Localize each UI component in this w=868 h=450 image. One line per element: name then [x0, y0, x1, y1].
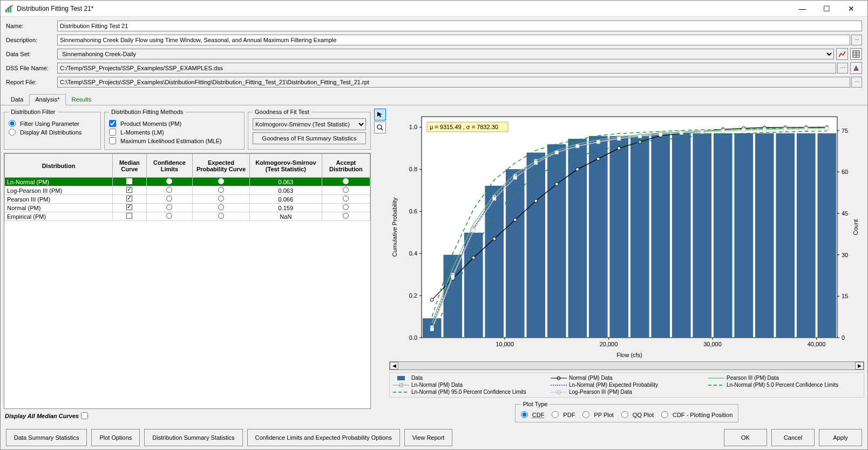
svg-point-75 [596, 157, 600, 160]
svg-rect-124 [784, 127, 787, 131]
svg-text:0.6: 0.6 [409, 208, 417, 214]
dataset-plot-icon[interactable] [836, 48, 848, 60]
plot-options-button[interactable]: Plot Options [91, 429, 140, 446]
plot-type-fieldset: Plot Type CDF PDF PP Plot QQ Plot CDF - … [515, 401, 739, 422]
scroll-right[interactable]: ▶ [855, 362, 864, 370]
view-report-button[interactable]: View Report [404, 429, 453, 446]
svg-rect-23 [651, 133, 670, 338]
svg-text:75: 75 [842, 127, 848, 134]
pointer-tool[interactable] [374, 109, 386, 120]
svg-text:0.8: 0.8 [409, 166, 417, 172]
dist-summary-button[interactable]: Distribution Summary Statistics [144, 429, 242, 446]
display-all-distributions-label: Display All Distributions [20, 129, 82, 136]
svg-text:30,000: 30,000 [703, 341, 722, 347]
zoom-tool[interactable] [374, 122, 386, 133]
svg-point-73 [555, 183, 558, 186]
svg-rect-115 [596, 140, 600, 144]
display-all-distributions-radio[interactable] [9, 129, 16, 136]
svg-rect-14 [464, 233, 483, 338]
svg-text:0.0: 0.0 [409, 334, 417, 341]
report-browse-button[interactable]: ⋯ [851, 77, 862, 88]
scroll-left[interactable]: ◀ [390, 362, 398, 370]
svg-point-71 [513, 218, 517, 221]
svg-rect-16 [506, 169, 525, 338]
plot-type-pp[interactable] [582, 411, 589, 418]
dataset-select[interactable]: Sinnemahoning Creek-Daily [57, 49, 834, 59]
goodness-fit-legend: Goodness of Fit Test [253, 109, 311, 115]
name-input[interactable] [57, 21, 862, 31]
fitting-methods-fieldset: Distribution Fitting Methods Product Mom… [104, 109, 245, 150]
goodness-fit-fieldset: Goodness of Fit Test Kolmogorov-Smirnov … [248, 109, 371, 150]
svg-rect-13 [443, 255, 462, 338]
svg-text:Count: Count [852, 219, 859, 235]
th-distribution: Distribution [5, 154, 113, 178]
display-all-median-checkbox[interactable] [81, 412, 88, 419]
svg-text:0.4: 0.4 [409, 250, 417, 257]
chart-scrollbar[interactable]: ◀ ▶ [389, 361, 864, 370]
th-ks: Kolmogorov-Smirnov (Test Statistic) [249, 154, 322, 178]
report-label: Report File: [6, 79, 57, 85]
plot-type-cdf[interactable] [521, 411, 528, 418]
maximize-button[interactable]: ☐ [815, 1, 839, 16]
svg-rect-109 [472, 229, 475, 232]
close-button[interactable]: ✕ [839, 1, 863, 16]
data-summary-button[interactable]: Data Summary Statistics [6, 429, 87, 446]
conf-limits-button[interactable]: Confidence Limits and Expected Probabili… [247, 429, 400, 446]
distribution-table[interactable]: Distribution Median Curve Confidence Lim… [4, 153, 371, 409]
svg-point-9 [377, 125, 382, 129]
svg-point-67 [430, 298, 433, 301]
svg-rect-111 [513, 176, 517, 179]
table-row[interactable]: Ln-Normal (PM) 0.063 [5, 178, 370, 186]
svg-rect-107 [430, 327, 433, 331]
th-confidence: Confidence Limits [146, 154, 192, 178]
svg-point-72 [534, 199, 538, 203]
table-row[interactable]: Pearson III (PM) 0.066 [5, 195, 370, 204]
svg-rect-126 [825, 127, 829, 130]
dssfile-dist-icon[interactable] [850, 62, 862, 74]
svg-rect-28 [755, 133, 774, 338]
plot-type-pdf[interactable] [552, 411, 559, 418]
app-window: Distribution Fitting Test 21* — ☐ ✕ Name… [0, 0, 868, 450]
pm-checkbox[interactable] [109, 120, 116, 127]
description-input[interactable] [57, 35, 850, 45]
svg-line-10 [381, 129, 383, 130]
svg-text:20,000: 20,000 [600, 341, 618, 347]
dssfile-label: DSS File Name: [6, 65, 57, 71]
svg-rect-118 [659, 133, 662, 136]
chart-panel: 0.00.20.40.60.81.00153045607510,00020,00… [374, 109, 864, 422]
plot-type-cdfpp[interactable] [661, 411, 668, 418]
filter-using-parameter-radio[interactable] [9, 120, 16, 127]
dssfile-browse-button[interactable]: ⋯ [837, 63, 848, 73]
ok-button[interactable]: OK [724, 429, 767, 446]
mle-checkbox[interactable] [109, 137, 116, 144]
svg-rect-120 [701, 130, 704, 133]
description-more-button[interactable]: ⋯ [851, 35, 862, 45]
svg-text:30: 30 [842, 252, 848, 258]
table-row[interactable]: Log-Pearson III (PM) 0.063 [5, 186, 370, 195]
table-row[interactable]: Empirical (PM) NaN [5, 212, 370, 221]
tab-results[interactable]: Results [66, 94, 98, 105]
svg-rect-116 [618, 137, 621, 140]
minimize-button[interactable]: — [790, 1, 815, 16]
plot-type-qq[interactable] [621, 411, 628, 418]
svg-rect-31 [817, 133, 836, 338]
dataset-table-icon[interactable] [850, 48, 862, 60]
svg-point-70 [493, 237, 496, 240]
apply-button[interactable]: Apply [819, 429, 862, 446]
cancel-button[interactable]: Cancel [771, 429, 815, 446]
goodness-summary-button[interactable]: Goodness of Fit Summary Statistics [253, 132, 366, 144]
tab-analysis[interactable]: Analysis* [29, 94, 65, 105]
bottom-button-bar: Data Summary Statistics Plot Options Dis… [1, 426, 867, 449]
svg-rect-108 [451, 275, 455, 278]
tab-data[interactable]: Data [5, 94, 29, 105]
svg-rect-117 [638, 135, 641, 138]
svg-rect-27 [734, 133, 753, 338]
goodness-test-select[interactable]: Kolmogorov-Smirnov (Test Statistic) [253, 118, 366, 130]
svg-rect-119 [680, 131, 683, 135]
svg-point-76 [618, 146, 621, 150]
table-row[interactable]: Normal (PM) 0.159 [5, 204, 370, 212]
distribution-filter-legend: Distribution Filter [9, 109, 58, 115]
filter-using-parameter-label: Filter Using Parameter [20, 120, 79, 127]
lm-checkbox[interactable] [109, 129, 116, 136]
svg-text:0: 0 [842, 334, 845, 341]
